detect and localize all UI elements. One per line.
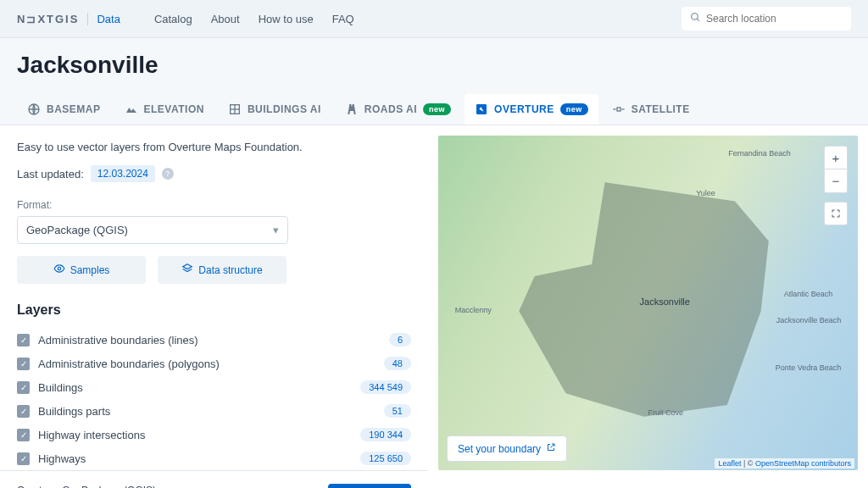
footer-bar: Overture, GeoPackage (QGIS), 11 layers €… — [0, 470, 428, 488]
format-label: Format: — [17, 199, 411, 211]
globe-icon — [27, 103, 41, 116]
osm-link[interactable]: OpenStreetMap contributors — [755, 459, 851, 468]
tab-overture[interactable]: OVERTURE new — [465, 94, 598, 125]
format-value: GeoPackage (QGIS) — [26, 224, 128, 236]
tab-label: ELEVATION — [144, 103, 204, 115]
new-badge: new — [560, 103, 588, 115]
footer-info: Overture, GeoPackage (QGIS), 11 layers — [17, 483, 159, 488]
logo[interactable]: N⊐XTGIS — [17, 13, 79, 25]
checkbox-icon[interactable]: ✓ — [17, 405, 30, 418]
nav-catalog[interactable]: Catalog — [154, 13, 192, 25]
layers-icon — [181, 263, 193, 277]
search-icon — [690, 12, 701, 25]
road-icon — [345, 103, 359, 116]
place-label: Fruit Cove — [648, 408, 684, 417]
tab-label: SATELLITE — [632, 103, 690, 115]
tab-basemap[interactable]: BASEMAP — [17, 94, 111, 125]
new-badge: new — [423, 103, 451, 115]
left-panel: Easy to use vector layers from Overture … — [0, 125, 428, 488]
place-label: Fernandina Beach — [728, 149, 791, 158]
checkbox-icon[interactable]: ✓ — [17, 429, 30, 441]
checkbox-icon[interactable]: ✓ — [17, 358, 30, 370]
tabs: BASEMAP ELEVATION BUILDINGS AI ROADS AI … — [0, 94, 868, 125]
count-badge: 344 549 — [360, 380, 411, 394]
map-attribution: Leaflet | © OpenStreetMap contributors — [715, 458, 854, 469]
search-input[interactable] — [706, 13, 843, 25]
layer-row[interactable]: ✓Buildings parts51 — [17, 399, 411, 423]
tab-elevation[interactable]: ELEVATION — [114, 94, 214, 125]
mountain-icon — [125, 103, 138, 116]
zoom-out-button[interactable]: − — [824, 169, 848, 193]
nav-about[interactable]: About — [211, 13, 240, 25]
grid-icon — [228, 103, 242, 116]
tab-buildings-ai[interactable]: BUILDINGS AI — [218, 94, 331, 125]
layer-row[interactable]: ✓Buildings344 549 — [17, 375, 411, 399]
place-label: Atlantic Beach — [784, 290, 833, 298]
brand-section[interactable]: Data — [87, 13, 120, 25]
updated-label: Last updated: — [17, 168, 84, 180]
count-badge: 190 344 — [360, 428, 411, 441]
tab-label: OVERTURE — [494, 103, 554, 115]
price: €8 — [287, 485, 311, 489]
checkbox-icon[interactable]: ✓ — [17, 334, 30, 347]
checkbox-icon[interactable]: ✓ — [17, 452, 30, 465]
samples-button[interactable]: Samples — [17, 256, 146, 284]
place-label: Jacksonville Beach — [776, 316, 842, 324]
layer-row[interactable]: ✓Administrative boundaries (lines)6 — [17, 328, 411, 352]
top-nav: Catalog About How to use FAQ — [154, 13, 354, 25]
tab-satellite[interactable]: SATELLITE — [602, 94, 700, 125]
count-badge: 125 650 — [360, 452, 411, 465]
format-select[interactable]: GeoPackage (QGIS) ▾ — [17, 216, 288, 244]
count-badge: 48 — [384, 357, 411, 370]
svg-point-10 — [58, 267, 61, 270]
layer-row[interactable]: ✓Administrative boundaries (polygons)48 — [17, 352, 411, 375]
count-badge: 51 — [384, 404, 411, 418]
eye-icon — [53, 263, 65, 277]
tab-label: ROADS AI — [364, 103, 417, 115]
zoom-in-button[interactable]: + — [824, 146, 848, 169]
map[interactable]: Jacksonville Fernandina Beach Yulee Atla… — [438, 136, 858, 470]
set-boundary-button[interactable]: Set your boundary — [447, 435, 567, 462]
tab-label: BASEMAP — [47, 103, 101, 115]
fullscreen-button[interactable] — [824, 202, 848, 225]
count-badge: 6 — [389, 333, 411, 347]
svg-line-1 — [697, 19, 699, 21]
search-box[interactable] — [682, 7, 851, 30]
layer-row[interactable]: ✓Highway intersections190 344 — [17, 423, 411, 446]
svg-rect-7 — [617, 108, 620, 111]
overture-icon — [475, 103, 488, 116]
satellite-icon — [612, 103, 626, 116]
page-title: Jacksonville — [17, 52, 851, 79]
checkbox-icon[interactable]: ✓ — [17, 381, 30, 394]
layers-list: ✓Administrative boundaries (lines)6 ✓Adm… — [17, 328, 411, 470]
layers-title: Layers — [17, 302, 411, 318]
updated-date: 12.03.2024 — [91, 165, 155, 182]
external-icon — [546, 442, 556, 455]
place-label: Yulee — [696, 189, 715, 197]
help-icon[interactable]: ? — [162, 168, 174, 180]
map-panel: Jacksonville Fernandina Beach Yulee Atla… — [428, 125, 868, 488]
city-label: Jacksonville — [640, 297, 690, 307]
chevron-down-icon: ▾ — [273, 224, 279, 236]
place-label: Ponte Vedra Beach — [776, 363, 842, 372]
svg-point-0 — [692, 14, 698, 20]
tab-label: BUILDINGS AI — [248, 103, 321, 115]
nav-faq[interactable]: FAQ — [332, 13, 354, 25]
layer-row[interactable]: ✓Highways125 650 — [17, 446, 411, 470]
order-button[interactable]: Order data — [328, 484, 411, 489]
description: Easy to use vector layers from Overture … — [17, 141, 411, 153]
tab-roads-ai[interactable]: ROADS AI new — [335, 94, 461, 125]
place-label: Macclenny — [455, 306, 492, 314]
leaflet-link[interactable]: Leaflet — [718, 459, 741, 468]
nav-howto[interactable]: How to use — [259, 13, 314, 25]
structure-button[interactable]: Data structure — [158, 256, 287, 284]
